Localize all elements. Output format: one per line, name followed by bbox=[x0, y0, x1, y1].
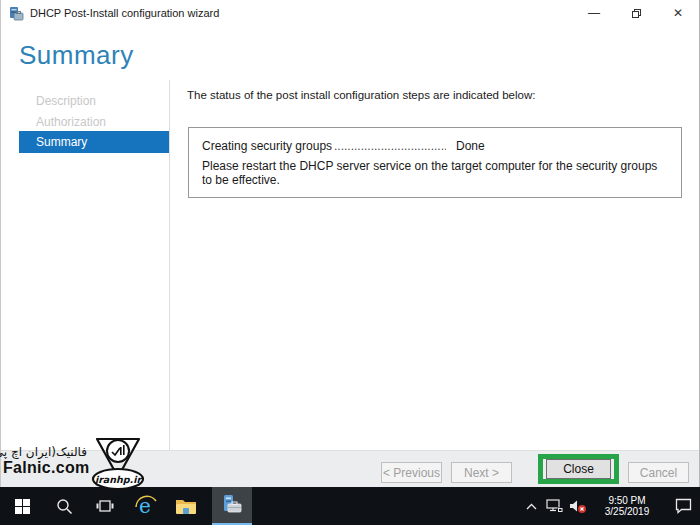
screen: DHCP Post-Install configuration wizard —… bbox=[0, 0, 700, 525]
restore-icon bbox=[632, 9, 641, 18]
watermark-latin-text: Falnic.com bbox=[3, 459, 87, 477]
svg-text:iranhp.ir: iranhp.ir bbox=[95, 474, 143, 485]
internet-explorer-icon: e bbox=[134, 494, 158, 518]
page-title: Summary bbox=[19, 40, 134, 71]
server-manager-icon bbox=[9, 6, 24, 21]
task-view-button[interactable] bbox=[85, 487, 125, 525]
tray-hidden-icons-button[interactable] bbox=[520, 487, 542, 525]
clock-time: 9:50 PM bbox=[596, 495, 658, 506]
task-view-icon bbox=[96, 498, 114, 514]
network-icon bbox=[546, 499, 563, 513]
file-explorer-icon bbox=[175, 497, 197, 515]
minimize-button[interactable]: — bbox=[573, 0, 615, 26]
taskbar-clock[interactable]: 9:50 PM 3/25/2019 bbox=[596, 495, 658, 517]
falnic-watermark: فالنیک(ایران اچ پی) Falnic.com iranhp.ir bbox=[3, 431, 145, 491]
taskbar-search-button[interactable] bbox=[44, 487, 84, 525]
search-icon bbox=[56, 498, 73, 515]
cancel-button[interactable]: Cancel bbox=[628, 462, 689, 483]
action-center-button[interactable] bbox=[666, 487, 700, 525]
status-dots-leader: ........................................… bbox=[334, 139, 446, 153]
close-button-highlight: Close bbox=[538, 454, 619, 484]
status-result: Done bbox=[456, 139, 485, 153]
watermark-persian-text: فالنیک(ایران اچ پی) bbox=[3, 445, 87, 459]
sidebar-item-summary[interactable]: Summary bbox=[19, 131, 169, 153]
previous-button[interactable]: < Previous bbox=[381, 462, 442, 483]
window-title: DHCP Post-Install configuration wizard bbox=[30, 7, 219, 19]
sidebar-item-authorization[interactable]: Authorization bbox=[36, 115, 106, 129]
speaker-muted-icon bbox=[569, 499, 587, 514]
system-tray: 9:50 PM 3/25/2019 bbox=[520, 487, 700, 525]
windows-logo-icon bbox=[15, 499, 30, 514]
chevron-up-icon bbox=[526, 503, 537, 510]
next-button[interactable]: Next > bbox=[451, 462, 512, 483]
sidebar-divider bbox=[169, 80, 170, 450]
internet-explorer-button[interactable]: e bbox=[126, 487, 166, 525]
status-box: Creating security groups ...............… bbox=[188, 127, 682, 198]
close-button[interactable]: Close bbox=[546, 459, 611, 479]
status-instruction: The status of the post install configura… bbox=[187, 89, 535, 101]
file-explorer-button[interactable] bbox=[166, 487, 206, 525]
iranhp-stamp-logo: iranhp.ir bbox=[91, 431, 145, 491]
network-status-button[interactable] bbox=[542, 487, 566, 525]
taskbar: e bbox=[0, 487, 700, 525]
watermark-text: فالنیک(ایران اچ پی) Falnic.com bbox=[3, 445, 91, 477]
sidebar-item-description[interactable]: Description bbox=[36, 94, 96, 108]
volume-button[interactable] bbox=[566, 487, 590, 525]
clock-date: 3/25/2019 bbox=[596, 506, 658, 517]
maximize-button[interactable] bbox=[615, 0, 657, 26]
start-button[interactable] bbox=[2, 487, 42, 525]
server-manager-taskbar-button[interactable] bbox=[212, 487, 252, 525]
status-note: Please restart the DHCP server service o… bbox=[202, 159, 669, 187]
action-center-icon bbox=[675, 498, 692, 514]
server-manager-taskbar-icon bbox=[221, 494, 243, 516]
status-row: Creating security groups ...............… bbox=[202, 139, 669, 153]
window-controls: — ✕ bbox=[573, 0, 699, 26]
wizard-window: DHCP Post-Install configuration wizard —… bbox=[0, 0, 700, 487]
title-bar: DHCP Post-Install configuration wizard —… bbox=[1, 0, 699, 26]
status-task-label: Creating security groups bbox=[202, 139, 334, 153]
close-window-button[interactable]: ✕ bbox=[657, 0, 699, 26]
